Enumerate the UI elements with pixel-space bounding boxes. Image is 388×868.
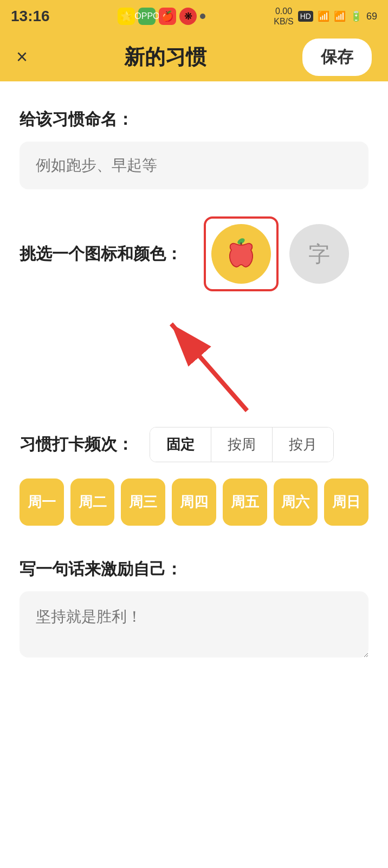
status-bar: 13:16 🌟 OPPO 🍎 ❋ 0.00KB/S HD 📶 📶 🔋 69 <box>0 0 388 33</box>
app-icon-3: 🍎 <box>159 8 176 25</box>
day-wednesday[interactable]: 周三 <box>121 478 165 526</box>
close-button[interactable]: × <box>16 46 28 68</box>
network-speed: 0.00KB/S <box>274 6 293 27</box>
frequency-label: 习惯打卡频次： <box>20 433 133 456</box>
notification-dot <box>200 14 205 19</box>
text-icon-label: 字 <box>308 239 330 269</box>
app-icon-2: OPPO <box>138 8 156 25</box>
day-saturday[interactable]: 周六 <box>274 478 318 526</box>
page-title: 新的习惯 <box>124 43 206 71</box>
status-right-icons: 0.00KB/S HD 📶 📶 🔋 69 <box>274 6 377 27</box>
icon-selected-option[interactable] <box>204 216 279 291</box>
day-thursday[interactable]: 周四 <box>172 478 216 526</box>
day-friday[interactable]: 周五 <box>223 478 267 526</box>
freq-tab-fixed[interactable]: 固定 <box>150 427 211 462</box>
wifi-icon: 📶 <box>318 10 329 22</box>
main-content: 给该习惯命名： 挑选一个图标和颜色： 字 <box>0 81 388 692</box>
hd-badge: HD <box>298 11 313 22</box>
text-icon-option[interactable]: 字 <box>289 224 349 284</box>
freq-tab-monthly[interactable]: 按月 <box>272 427 333 462</box>
icon-circle <box>211 224 271 284</box>
status-app-icons: 🌟 OPPO 🍎 ❋ <box>118 8 205 25</box>
day-sunday[interactable]: 周日 <box>324 478 368 526</box>
battery-icon: 🔋 <box>350 10 362 22</box>
icon-picker-label: 挑选一个图标和颜色： <box>20 243 182 265</box>
app-header: × 新的习惯 保存 <box>0 33 388 81</box>
freq-tab-weekly[interactable]: 按周 <box>211 427 272 462</box>
signal-icon: 📶 <box>334 10 346 22</box>
battery-level: 69 <box>366 11 377 22</box>
frequency-tabs: 固定 按周 按月 <box>150 427 334 462</box>
name-label: 给该习惯命名： <box>20 108 368 131</box>
annotation-arrow-container <box>20 308 368 416</box>
app-icon-4: ❋ <box>179 8 197 25</box>
annotation-arrow <box>139 308 301 416</box>
day-tuesday[interactable]: 周二 <box>70 478 115 526</box>
day-monday[interactable]: 周一 <box>20 478 64 526</box>
status-time: 13:16 <box>11 8 50 25</box>
app-icon-1: 🌟 <box>118 8 135 25</box>
svg-line-3 <box>171 324 247 411</box>
apple-icon <box>222 234 261 273</box>
habit-name-input[interactable] <box>20 142 368 189</box>
motivation-label: 写一句话来激励自己： <box>20 558 368 580</box>
days-row: 周一 周二 周三 周四 周五 周六 周日 <box>20 478 368 526</box>
frequency-row: 习惯打卡频次： 固定 按周 按月 <box>20 427 368 462</box>
motivation-input[interactable] <box>20 591 368 658</box>
save-button[interactable]: 保存 <box>302 39 372 76</box>
icon-picker-row: 挑选一个图标和颜色： 字 <box>20 216 368 291</box>
